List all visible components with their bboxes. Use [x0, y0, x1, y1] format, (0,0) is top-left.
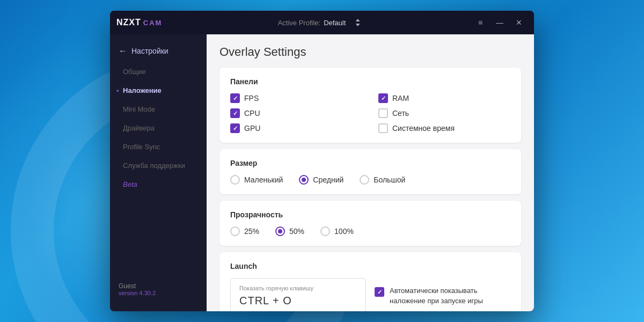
page-title: Overlay Settings — [219, 45, 521, 59]
sidebar-back-label: Настройки — [131, 47, 169, 55]
size-large-label: Большой — [374, 175, 405, 184]
hotkey-box[interactable]: Показать горячую клавишу CTRL + O — [230, 278, 366, 311]
size-medium-label: Средний — [313, 175, 343, 184]
auto-show-checkbox[interactable] — [375, 287, 384, 297]
sidebar-label-obshie: Общие — [123, 68, 146, 76]
checkbox-fps[interactable]: FPS — [230, 93, 362, 103]
checkbox-system-time[interactable]: Системное время — [378, 123, 510, 133]
transparency-25[interactable]: 25% — [230, 226, 259, 236]
sidebar-item-mini-mode[interactable]: Mini Mode — [110, 100, 207, 119]
logo-cam: CAM — [143, 19, 163, 27]
checkbox-cpu[interactable]: CPU — [230, 108, 362, 118]
checkbox-system-time-box[interactable] — [378, 123, 388, 133]
size-medium[interactable]: Средний — [299, 175, 343, 185]
sidebar-items: Общие Наложение Mini Mode Драйвера Profi… — [110, 62, 207, 276]
close-button[interactable]: ✕ — [510, 14, 528, 31]
transparency-100-radio[interactable] — [320, 226, 330, 236]
panels-card: Панели FPS RAM CPU — [219, 68, 521, 143]
sidebar-item-sluzhba[interactable]: Служба поддержки — [110, 156, 207, 175]
logo-nzxt: NZXT — [116, 18, 141, 27]
sidebar-item-nalozhenie[interactable]: Наложение — [110, 81, 207, 100]
hamburger-button[interactable]: ≡ — [472, 14, 489, 31]
sidebar-item-profile-sync[interactable]: Profile Sync — [110, 137, 207, 156]
content-area: Overlay Settings Панели FPS RAM — [207, 34, 534, 311]
checkbox-network-label: Сеть — [392, 109, 409, 118]
transparency-25-label: 25% — [244, 227, 259, 236]
auto-show-option[interactable]: Автоматически показывать наложение при з… — [375, 286, 510, 305]
checkbox-fps-label: FPS — [244, 94, 259, 103]
minimize-button[interactable]: — — [491, 14, 508, 31]
hotkey-label: Показать горячую клавишу — [239, 285, 357, 291]
size-medium-radio[interactable] — [299, 175, 309, 185]
checkbox-network[interactable]: Сеть — [378, 108, 510, 118]
size-title: Размер — [230, 159, 510, 167]
sidebar-back-button[interactable]: ← Настройки — [110, 43, 207, 62]
checkbox-gpu-label: GPU — [244, 124, 260, 133]
active-profile-label: Active Profile: — [278, 19, 320, 27]
sidebar-label-beta: Beta — [123, 180, 137, 188]
auto-show-label: Автоматически показывать наложение при з… — [390, 286, 510, 305]
checkbox-ram-box[interactable] — [378, 93, 388, 103]
username: Guest — [119, 282, 198, 290]
transparency-100-label: 100% — [334, 227, 354, 236]
transparency-title: Прозрачность — [230, 210, 510, 219]
transparency-100[interactable]: 100% — [320, 226, 354, 236]
sidebar: ← Настройки Общие Наложение Mini Mode Др… — [110, 34, 207, 311]
title-controls: ≡ — ✕ — [472, 14, 528, 31]
transparency-50-radio[interactable] — [275, 226, 285, 236]
sidebar-footer: Guest version 4.30.2 — [110, 276, 207, 303]
size-large-radio[interactable] — [360, 175, 369, 185]
checkbox-gpu-box[interactable] — [230, 123, 240, 133]
size-large[interactable]: Большой — [360, 175, 405, 185]
sidebar-label-sluzhba: Служба поддержки — [123, 162, 185, 170]
checkbox-cpu-box[interactable] — [230, 108, 240, 118]
checkbox-ram-label: RAM — [392, 94, 409, 103]
sidebar-label-nalozhenie: Наложение — [123, 86, 162, 94]
sidebar-item-drayver[interactable]: Драйвера — [110, 119, 207, 137]
size-small[interactable]: Маленький — [230, 175, 283, 185]
main-area: ← Настройки Общие Наложение Mini Mode Др… — [110, 34, 534, 311]
active-profile-value: Default — [324, 19, 346, 27]
app-window: NZXT CAM Active Profile: Default ≡ — ✕ ←… — [110, 11, 534, 311]
sidebar-label-mini-mode: Mini Mode — [123, 105, 155, 113]
sidebar-item-beta[interactable]: Beta — [110, 175, 207, 194]
checkbox-gpu[interactable]: GPU — [230, 123, 362, 133]
checkbox-fps-box[interactable] — [230, 93, 240, 103]
hotkey-value: CTRL + O — [239, 295, 357, 307]
size-radio-group: Маленький Средний Большой — [230, 175, 510, 185]
launch-title: Launch — [230, 262, 510, 270]
checkbox-network-box[interactable] — [378, 108, 388, 118]
panels-title: Панели — [230, 77, 510, 86]
launch-grid: Показать горячую клавишу CTRL + O Автома… — [230, 278, 510, 311]
size-small-radio[interactable] — [230, 175, 240, 185]
size-card: Размер Маленький Средний Большой — [219, 149, 521, 194]
transparency-card: Прозрачность 25% 50% 100% — [219, 201, 521, 246]
transparency-50-label: 50% — [289, 227, 304, 236]
sort-profile-button[interactable] — [349, 14, 366, 31]
size-small-label: Маленький — [244, 175, 283, 184]
app-version: version 4.30.2 — [119, 290, 198, 296]
sidebar-label-drayver: Драйвера — [123, 124, 155, 132]
transparency-50[interactable]: 50% — [275, 226, 304, 236]
title-bar: NZXT CAM Active Profile: Default ≡ — ✕ — [110, 11, 534, 34]
transparency-25-radio[interactable] — [230, 226, 240, 236]
title-center: Active Profile: Default — [278, 14, 367, 31]
sidebar-label-profile-sync: Profile Sync — [123, 143, 160, 151]
app-logo: NZXT CAM — [116, 18, 162, 27]
back-arrow-icon: ← — [119, 46, 127, 56]
sidebar-item-obshie[interactable]: Общие — [110, 62, 207, 81]
checkbox-ram[interactable]: RAM — [378, 93, 510, 103]
panels-grid: FPS RAM CPU Сеть — [230, 93, 510, 133]
checkbox-cpu-label: CPU — [244, 109, 260, 118]
checkbox-system-time-label: Системное время — [392, 124, 455, 133]
transparency-radio-group: 25% 50% 100% — [230, 226, 510, 236]
launch-card: Launch Показать горячую клавишу CTRL + O… — [219, 252, 521, 311]
